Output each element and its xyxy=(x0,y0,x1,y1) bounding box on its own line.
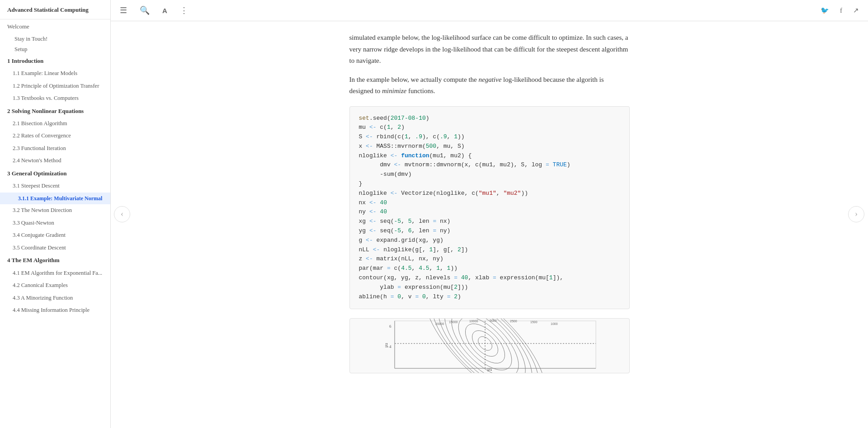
sidebar-item-s2-1[interactable]: 2.1 Bisection Algorithm xyxy=(0,118,110,130)
main-content-area: ☰ 🔍 A ⋮ 🐦 f ↗ simulated example below, t… xyxy=(111,0,868,428)
sidebar-item-s4-4[interactable]: 4.4 Missing Information Principle xyxy=(0,304,110,317)
more-icon[interactable]: ⋮ xyxy=(178,4,190,17)
svg-text:1000: 1000 xyxy=(551,322,558,325)
sidebar-item-s3-4[interactable]: 3.4 Conjugate Gradient xyxy=(0,229,110,242)
svg-text:20000: 20000 xyxy=(435,322,444,325)
sidebar-item-ch4[interactable]: 4 The EM Algorithm xyxy=(0,254,110,267)
sidebar-item-s4-2[interactable]: 4.2 Canonical Examples xyxy=(0,279,110,292)
svg-rect-4 xyxy=(395,321,596,368)
facebook-icon[interactable]: f xyxy=(838,5,844,16)
sidebar-item-s2-2[interactable]: 2.2 Rates of Convergence xyxy=(0,130,110,142)
sidebar-item-stay-in-touch[interactable]: Stay in Touch! xyxy=(0,34,110,44)
sidebar-item-s3-3[interactable]: 3.3 Quasi-Newton xyxy=(0,217,110,230)
paragraph-1: simulated example below, the log-likelih… xyxy=(349,32,630,67)
topbar: ☰ 🔍 A ⋮ 🐦 f ↗ xyxy=(111,0,868,21)
svg-text:μ₂: μ₂ xyxy=(383,343,388,348)
svg-text:5000: 5000 xyxy=(490,319,497,322)
para2-italic2: minimize xyxy=(382,87,406,94)
sidebar-item-ch2[interactable]: 2 Solving Nonlinear Equations xyxy=(0,105,110,118)
next-nav-arrow[interactable]: › xyxy=(848,206,864,222)
sidebar-item-s3-5[interactable]: 3.5 Coordinate Descent xyxy=(0,242,110,254)
svg-text:4: 4 xyxy=(389,344,392,349)
para2-suffix: functions. xyxy=(406,87,435,94)
svg-text:2500: 2500 xyxy=(510,320,517,323)
menu-icon[interactable]: ☰ xyxy=(118,4,129,17)
plot-container: μ₂ μ₁ 6 4 2 xyxy=(349,318,630,373)
sidebar-item-s1-3[interactable]: 1.3 Textbooks vs. Computers xyxy=(0,92,110,105)
svg-text:1500: 1500 xyxy=(530,320,538,324)
font-icon[interactable]: A xyxy=(160,5,169,16)
svg-text:6: 6 xyxy=(389,324,392,329)
sidebar-item-s4-3[interactable]: 4.3 A Minorizing Function xyxy=(0,292,110,305)
contour-plot: μ₂ μ₁ 6 4 2 xyxy=(381,319,598,373)
sidebar: Advanced Statistical Computing Welcome S… xyxy=(0,0,111,428)
sidebar-welcome-label: Welcome xyxy=(0,19,110,34)
sidebar-item-s3-1-1[interactable]: 3.1.1 Example: Multivariate Normal xyxy=(0,193,110,205)
sidebar-item-s2-4[interactable]: 2.4 Newton's Method xyxy=(0,155,110,167)
share-icon[interactable]: ↗ xyxy=(851,5,861,16)
sidebar-item-s1-1[interactable]: 1.1 Example: Linear Models xyxy=(0,67,110,80)
sidebar-item-s1-2[interactable]: 1.2 Principle of Optimization Transfer xyxy=(0,80,110,93)
paragraph-2: In the example below, we actually comput… xyxy=(349,74,630,97)
svg-text:10000: 10000 xyxy=(469,320,478,323)
code-block: set.seed(2017-08-10) mu <- c(1, 2) S <- … xyxy=(349,106,630,310)
sidebar-item-s2-3[interactable]: 2.3 Functional Iteration xyxy=(0,142,110,155)
prev-nav-arrow[interactable]: ‹ xyxy=(114,206,130,222)
sidebar-item-setup[interactable]: Setup xyxy=(0,44,110,55)
search-icon[interactable]: 🔍 xyxy=(138,4,151,17)
para2-prefix: In the example below, we actually comput… xyxy=(349,76,479,83)
svg-text:15000: 15000 xyxy=(449,320,458,324)
sidebar-item-s3-2[interactable]: 3.2 The Newton Direction xyxy=(0,204,110,217)
sidebar-title: Advanced Statistical Computing xyxy=(0,0,110,19)
sidebar-item-ch1[interactable]: 1 Introduction xyxy=(0,55,110,67)
sidebar-item-s4-1[interactable]: 4.1 EM Algorithm for Exponential Fa... xyxy=(0,267,110,280)
sidebar-item-ch3[interactable]: 3 General Optimization xyxy=(0,167,110,180)
sidebar-item-s3-1[interactable]: 3.1 Steepest Descent xyxy=(0,180,110,193)
social-icons: 🐦 f ↗ xyxy=(819,5,861,16)
content-area: simulated example below, the log-likelih… xyxy=(331,21,648,391)
para2-italic: negative xyxy=(479,76,502,83)
twitter-icon[interactable]: 🐦 xyxy=(819,5,831,16)
